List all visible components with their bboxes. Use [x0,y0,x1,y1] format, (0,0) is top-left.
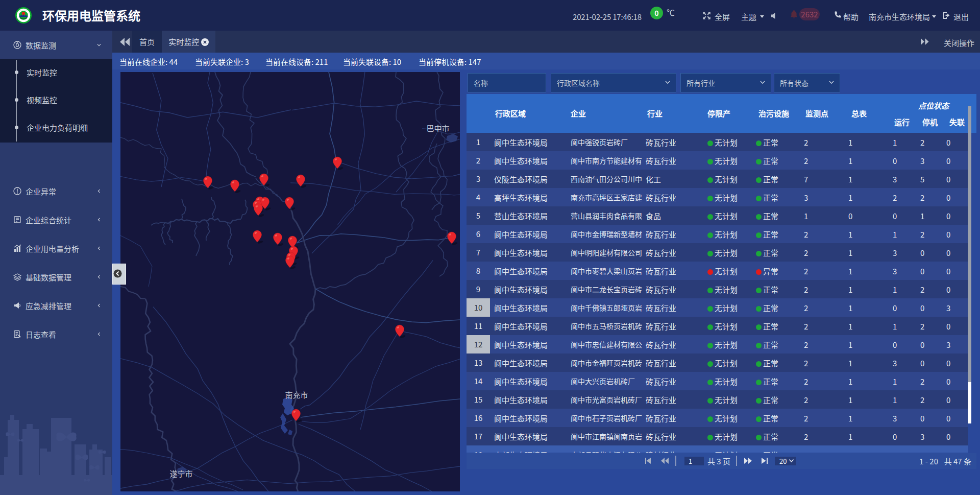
svg-text:巴中市: 巴中市 [426,123,449,133]
svg-text:南充市: 南充市 [285,389,308,400]
svg-text:﹏﹏﹏﹏: ﹏﹏﹏﹏ [19,8,28,11]
svg-text:遂宁市: 遂宁市 [169,468,192,479]
